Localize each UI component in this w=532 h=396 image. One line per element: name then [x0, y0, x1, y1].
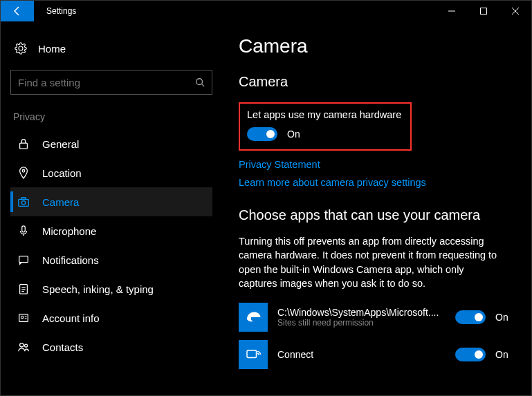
- choose-apps-description: Turning this off prevents an app from di…: [239, 234, 502, 290]
- section-label: Privacy: [10, 111, 212, 122]
- nav-label: Microphone: [42, 225, 96, 237]
- minimize-icon: [448, 8, 455, 15]
- toggle-knob: [475, 350, 483, 359]
- nav-label: Location: [42, 167, 82, 179]
- hardware-toggle-label: Let apps use my camera hardware: [247, 109, 403, 120]
- nav-label: Speech, inking, & typing: [42, 283, 154, 295]
- svg-rect-23: [247, 350, 257, 358]
- nav-label: General: [42, 138, 79, 150]
- svg-point-4: [196, 79, 203, 85]
- svg-rect-8: [19, 199, 28, 206]
- contacts-icon: [17, 341, 30, 353]
- close-button[interactable]: [499, 1, 531, 21]
- notifications-icon: [17, 254, 30, 266]
- app-row-connect: Connect On: [239, 340, 515, 369]
- location-icon: [17, 167, 30, 179]
- learn-more-link[interactable]: Learn more about camera privacy settings: [239, 177, 515, 188]
- svg-point-21: [20, 343, 24, 347]
- svg-rect-10: [21, 198, 25, 200]
- sidebar-item-location[interactable]: Location: [10, 158, 212, 187]
- gear-icon: [15, 42, 27, 55]
- toggle-knob: [266, 130, 275, 138]
- svg-rect-11: [22, 226, 26, 232]
- svg-rect-6: [20, 143, 28, 149]
- svg-point-22: [25, 344, 28, 347]
- titlebar-spacer[interactable]: [76, 1, 436, 21]
- sidebar-item-notifications[interactable]: Notifications: [10, 245, 212, 274]
- toggle-knob: [475, 313, 483, 321]
- page-subtitle: Camera: [239, 74, 515, 90]
- sidebar-item-camera[interactable]: Camera: [10, 187, 212, 216]
- sidebar-item-microphone[interactable]: Microphone: [10, 216, 212, 245]
- app-toggle-connect[interactable]: [455, 348, 486, 361]
- sidebar-item-speech[interactable]: Speech, inking, & typing: [10, 274, 212, 303]
- svg-point-18: [21, 316, 24, 319]
- app-toggle-state: On: [495, 312, 515, 323]
- svg-line-5: [202, 84, 205, 87]
- microphone-icon: [17, 225, 30, 237]
- search-icon: [195, 77, 205, 87]
- app-row-edge: C:\Windows\SystemApps\Microsoft.... Site…: [239, 303, 515, 332]
- privacy-statement-link[interactable]: Privacy Statement: [239, 159, 515, 170]
- minimize-button[interactable]: [436, 1, 468, 21]
- search-input[interactable]: [18, 77, 195, 88]
- search-box[interactable]: [10, 70, 212, 95]
- connect-icon: [239, 340, 268, 369]
- svg-rect-12: [19, 256, 28, 263]
- highlight-box: Let apps use my camera hardware On: [239, 102, 412, 151]
- svg-rect-1: [481, 8, 487, 15]
- hardware-toggle[interactable]: [247, 127, 277, 141]
- lock-icon: [17, 138, 30, 150]
- window-title: Settings: [34, 1, 76, 21]
- content-area: Camera Camera Let apps use my camera har…: [222, 21, 531, 395]
- choose-apps-heading: Choose apps that can use your camera: [239, 207, 515, 223]
- titlebar: Settings: [1, 1, 531, 21]
- svg-point-7: [22, 170, 25, 173]
- clipboard-icon: [17, 283, 30, 295]
- arrow-left-icon: [12, 6, 23, 17]
- app-name: C:\Windows\SystemApps\Microsoft....: [277, 307, 446, 318]
- app-subtitle: Sites still need permission: [277, 318, 446, 328]
- nav-label: Account info: [42, 312, 100, 324]
- sidebar-item-account[interactable]: Account info: [10, 303, 212, 332]
- back-button[interactable]: [1, 1, 34, 21]
- camera-icon: [17, 196, 30, 208]
- sidebar-item-general[interactable]: General: [10, 129, 212, 158]
- close-icon: [512, 8, 519, 15]
- hardware-toggle-state: On: [287, 129, 300, 140]
- home-label: Home: [38, 43, 66, 55]
- app-toggle-state: On: [495, 349, 515, 360]
- maximize-icon: [480, 8, 487, 15]
- nav-label: Contacts: [42, 341, 83, 353]
- nav-label: Camera: [42, 196, 79, 208]
- page-title: Camera: [239, 35, 515, 57]
- sidebar: Home Privacy General Location Camera Mic…: [1, 21, 222, 395]
- account-icon: [17, 312, 30, 324]
- home-button[interactable]: Home: [10, 37, 212, 60]
- maximize-button[interactable]: [468, 1, 499, 21]
- edge-icon: [239, 303, 268, 332]
- nav-label: Notifications: [42, 254, 99, 266]
- app-toggle-edge[interactable]: [455, 310, 486, 324]
- svg-point-9: [21, 201, 25, 205]
- app-name: Connect: [277, 349, 446, 360]
- sidebar-item-contacts[interactable]: Contacts: [10, 332, 212, 361]
